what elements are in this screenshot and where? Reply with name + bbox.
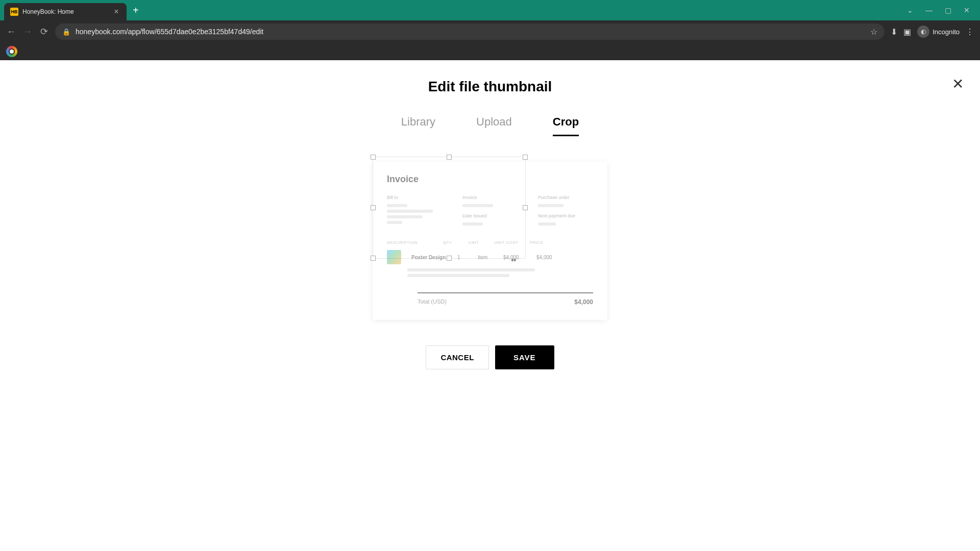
- item-price: $4,000: [536, 255, 559, 260]
- crop-selection-box[interactable]: ⇕: [373, 157, 526, 259]
- action-bar: CANCEL SAVE: [0, 345, 980, 369]
- close-modal-icon[interactable]: ✕: [952, 76, 964, 92]
- address-bar[interactable]: 🔒 honeybook.com/app/flow/655d7dae0e2be31…: [55, 23, 885, 40]
- header-price: PRICE: [530, 240, 550, 245]
- tab-upload[interactable]: Upload: [476, 115, 512, 136]
- close-tab-icon[interactable]: ×: [112, 7, 120, 16]
- favicon-icon: HB: [10, 8, 18, 16]
- crop-area: Invoice Bill to Invoice Date issued: [373, 157, 607, 320]
- crop-handle-middle-left[interactable]: [371, 205, 376, 210]
- new-tab-button[interactable]: +: [133, 5, 139, 16]
- close-window-icon[interactable]: ✕: [964, 6, 970, 14]
- google-bookmark-icon[interactable]: [6, 46, 17, 57]
- crop-handle-top-right[interactable]: [523, 155, 528, 160]
- back-icon[interactable]: ←: [6, 27, 16, 37]
- side-panel-icon[interactable]: ▣: [903, 27, 911, 37]
- total-value: $4,000: [574, 298, 593, 306]
- window-controls: ⌄ — ▢ ✕: [907, 6, 976, 14]
- total-label: Total (USD): [418, 298, 447, 306]
- incognito-label: Incognito: [933, 28, 960, 36]
- crop-handle-bottom-left[interactable]: [371, 256, 376, 261]
- tab-crop[interactable]: Crop: [553, 115, 579, 136]
- cancel-button[interactable]: CANCEL: [426, 345, 489, 369]
- browser-chrome: HB HoneyBook: Home × + ⌄ — ▢ ✕ ← → ⟳ 🔒 h…: [0, 0, 980, 60]
- crop-handle-middle-right[interactable]: [523, 205, 528, 210]
- purchase-order-label: Purchase order: [538, 195, 593, 200]
- chevron-down-icon[interactable]: ⌄: [907, 6, 913, 14]
- bookmark-star-icon[interactable]: ☆: [870, 27, 877, 37]
- incognito-badge[interactable]: ◐ Incognito: [917, 26, 960, 38]
- url-text: honeybook.com/app/flow/655d7dae0e2be3125…: [76, 28, 865, 36]
- kebab-menu-icon[interactable]: ⋮: [966, 27, 974, 37]
- next-payment-label: Next payment due: [538, 213, 593, 218]
- browser-tab[interactable]: HB HoneyBook: Home ×: [4, 3, 127, 20]
- nav-bar: ← → ⟳ 🔒 honeybook.com/app/flow/655d7dae0…: [0, 20, 980, 43]
- download-icon[interactable]: ⬇: [891, 27, 897, 37]
- forward-icon[interactable]: →: [22, 27, 33, 37]
- reload-icon[interactable]: ⟳: [39, 26, 49, 37]
- minimize-icon[interactable]: —: [925, 6, 933, 14]
- tab-library[interactable]: Library: [401, 115, 435, 136]
- crop-handle-bottom-center[interactable]: [447, 256, 452, 261]
- modal-tabs: Library Upload Crop: [0, 115, 980, 136]
- bookmark-bar: [0, 43, 980, 60]
- save-button[interactable]: SAVE: [495, 345, 554, 369]
- lock-icon: 🔒: [62, 28, 70, 36]
- resize-cursor-icon: ⇕: [510, 258, 517, 263]
- edit-thumbnail-modal: Edit file thumbnail ✕ Library Upload Cro…: [0, 60, 980, 369]
- tab-bar: HB HoneyBook: Home × + ⌄ — ▢ ✕: [0, 0, 980, 20]
- modal-title: Edit file thumbnail: [0, 79, 980, 95]
- incognito-icon: ◐: [917, 26, 929, 38]
- tab-title: HoneyBook: Home: [22, 8, 108, 15]
- modal-content: Edit file thumbnail ✕ Library Upload Cro…: [0, 60, 980, 551]
- crop-handle-top-center[interactable]: [447, 155, 452, 160]
- maximize-icon[interactable]: ▢: [945, 6, 951, 14]
- crop-handle-top-left[interactable]: [371, 155, 376, 160]
